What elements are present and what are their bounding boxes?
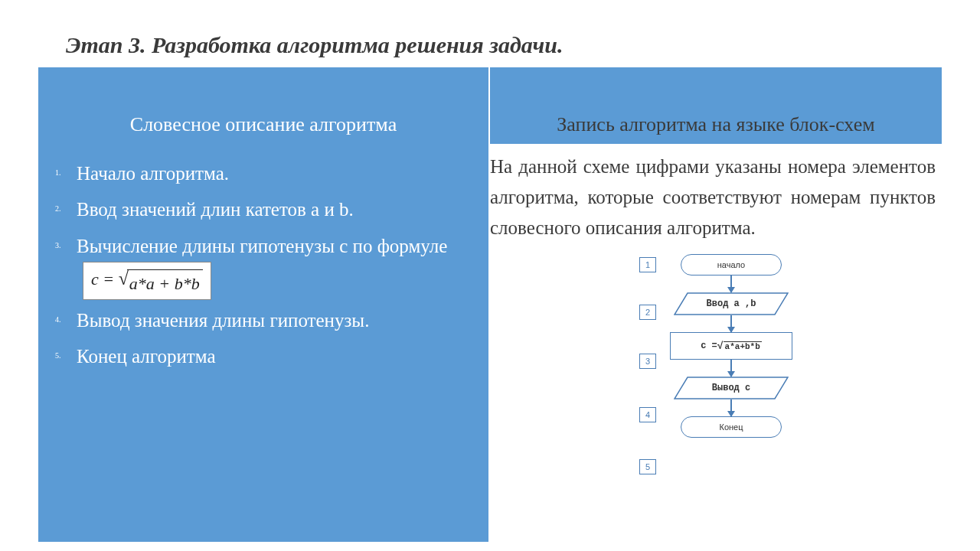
flowchart-input-text: Ввод a ,b [707,298,756,309]
flowchart-number: 2 [639,305,656,320]
slide: Этап 3. Разработка алгоритма решения зад… [0,0,980,551]
header-cell-right: Запись алгоритма на языке блок-схем [490,67,942,144]
step-text: Ввод значений длин катетов a и b. [77,199,354,220]
flowchart-shapes-column: начало Ввод a ,b c = √a*a+b*b [670,254,792,474]
flowchart-process-lhs: c = [701,341,717,351]
step-text: Вычисление длины гипотенузы с по формуле [77,236,447,256]
flowchart-start: начало [681,254,782,276]
arrow-icon [730,276,732,292]
right-column: На данной схеме цифрами указаны номера э… [490,144,942,542]
step-text: Вывод значения длины гипотенузы. [77,310,369,331]
formula-box: c = √a*a + b*b [83,262,211,300]
arrow-icon [730,399,732,416]
header-cell-left: Словесное описание алгоритма [38,67,490,144]
sqrt-icon: √a*a+b*b [717,341,762,351]
step-item: Вычисление длины гипотенузы с по формуле… [46,230,466,301]
flowchart-number: 5 [639,459,656,474]
steps-list: Начало алгоритма. Ввод значений длин кат… [46,158,466,373]
formula-lhs: c = [91,269,119,289]
arrow-icon [730,360,732,377]
table-header-row: Словесное описание алгоритма Запись алго… [38,67,942,144]
slide-title: Этап 3. Разработка алгоритма решения зад… [66,32,942,58]
header-label-left: Словесное описание алгоритма [38,113,488,136]
flowchart-number: 1 [639,257,656,272]
left-column: Начало алгоритма. Ввод значений длин кат… [38,144,490,542]
flowchart-output-text: Вывод с [712,383,750,393]
step-item: Конец алгоритма [46,341,466,372]
flowchart: 1 2 3 4 5 начало [490,254,942,474]
flowchart-end: Конец [681,416,782,438]
flowchart-number: 3 [639,354,656,369]
step-item: Ввод значений длин катетов a и b. [46,194,466,225]
step-text: Начало алгоритма. [77,163,229,184]
step-text: Конец алгоритма [77,346,216,367]
flowchart-process: c = √a*a+b*b [670,332,792,360]
flowchart-process-radicand: a*a+b*b [724,341,762,351]
table-body-row: Начало алгоритма. Ввод значений длин кат… [38,144,942,542]
right-paragraph: На данной схеме цифрами указаны номера э… [490,152,942,243]
content-table: Словесное описание алгоритма Запись алго… [38,66,942,542]
header-label-right: Запись алгоритма на языке блок-схем [490,113,942,136]
flowchart-numbers-column: 1 2 3 4 5 [639,254,670,474]
step-item: Начало алгоритма. [46,158,466,189]
flowchart-input: Ввод a ,b [674,292,789,315]
sqrt-icon: √a*a + b*b [119,269,203,298]
flowchart-output: Вывод с [674,377,789,399]
arrow-icon [730,315,732,332]
step-item: Вывод значения длины гипотенузы. [46,305,466,336]
flowchart-number: 4 [639,407,656,422]
formula-radicand: a*a + b*b [127,269,203,298]
